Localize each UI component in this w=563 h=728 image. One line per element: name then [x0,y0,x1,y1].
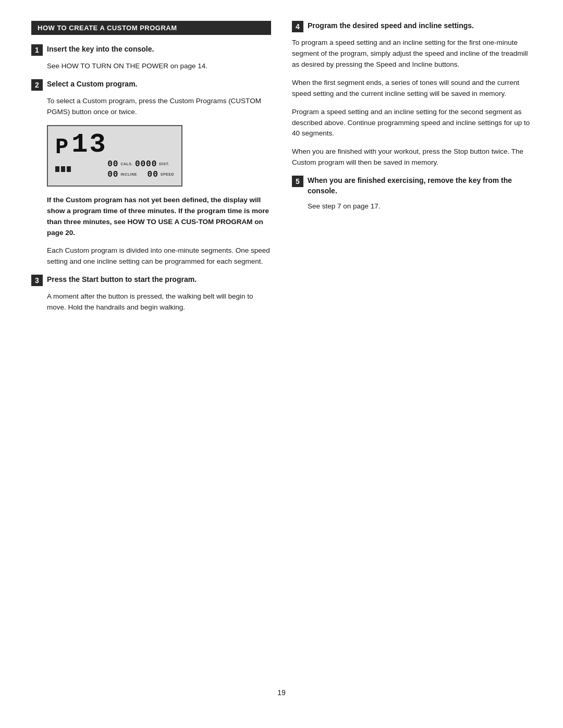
step-5-header: 5 When you are finished exercising, remo… [292,176,532,196]
step-3-title: Press the Start button to start the prog… [47,275,197,285]
step-1-number: 1 [31,44,43,56]
speed-digits: 00 [148,170,158,179]
step-2: 2 Select a Custom program. [31,79,271,91]
bar-1 [55,166,59,172]
step-4-title: Program the desired speed and incline se… [308,21,474,31]
header-title: HOW TO CREATE A CUSTOM PROGRAM [38,24,177,32]
display-bars [55,166,71,172]
step-5-body: See step 7 on page 17. [308,201,532,212]
step-1-body: See HOW TO TURN ON THE POWER on page 14. [47,61,271,72]
step-3-number: 3 [31,275,43,286]
step-4-number: 4 [292,21,303,32]
step-3: 3 Press the Start button to start the pr… [31,275,271,286]
step-2-number: 2 [31,79,43,91]
left-column: HOW TO CREATE A CUSTOM PROGRAM 1 Insert … [31,21,271,673]
page: HOW TO CREATE A CUSTOM PROGRAM 1 Insert … [0,0,563,728]
step-4-para-4: When you are finished with your workout,… [292,146,532,168]
cals-digits: 00 [107,159,118,169]
step-1-title: Insert the key into the console. [47,44,154,55]
step-2-body: To select a Custom program, press the Cu… [47,96,271,118]
step-2-title: Select a Custom program. [47,79,138,90]
bar-3 [67,166,71,172]
info-text: Each Custom program is divided into one-… [47,245,271,267]
incline-speed-row: 00 INCLINE 00 SPEED [107,170,174,179]
speed-label: SPEED [161,172,174,176]
warning-text: If the Custom program has not yet been d… [47,195,271,239]
right-column: 4 Program the desired speed and incline … [292,21,532,673]
cals-row: 00 CALS. 0000 DIST. [107,159,174,169]
step-4-header: 4 Program the desired speed and incline … [292,21,532,32]
step-5-number: 5 [292,176,303,187]
dist-label: DIST. [159,162,169,166]
step-4-para-1: To program a speed setting and an inclin… [292,38,532,70]
dist-digits: 0000 [135,159,157,169]
display-number: 13 [71,131,107,158]
section-header: HOW TO CREATE A CUSTOM PROGRAM [31,21,271,35]
console-display: P 13 00 CALS. 0000 DIST. [47,125,182,187]
incline-label: INCLINE [120,172,137,176]
display-cals-dist: 00 CALS. 0000 DIST. 00 INCLINE 00 SPEED [107,159,174,179]
bar-2 [61,166,65,172]
warning-body: If the Custom program has not yet been d… [47,196,269,237]
step-4-para-3: Program a speed setting and an incline s… [292,107,532,140]
incline-digits: 00 [107,170,118,179]
step-4-para-2: When the first segment ends, a series of… [292,78,532,100]
display-p-char: P [55,137,68,158]
page-number: 19 [31,688,532,697]
cals-label: CALS. [120,162,133,166]
step-5-title: When you are finished exercising, remove… [308,176,532,196]
step-1: 1 Insert the key into the console. [31,44,271,56]
step-3-body: A moment after the button is pressed, th… [47,291,271,313]
